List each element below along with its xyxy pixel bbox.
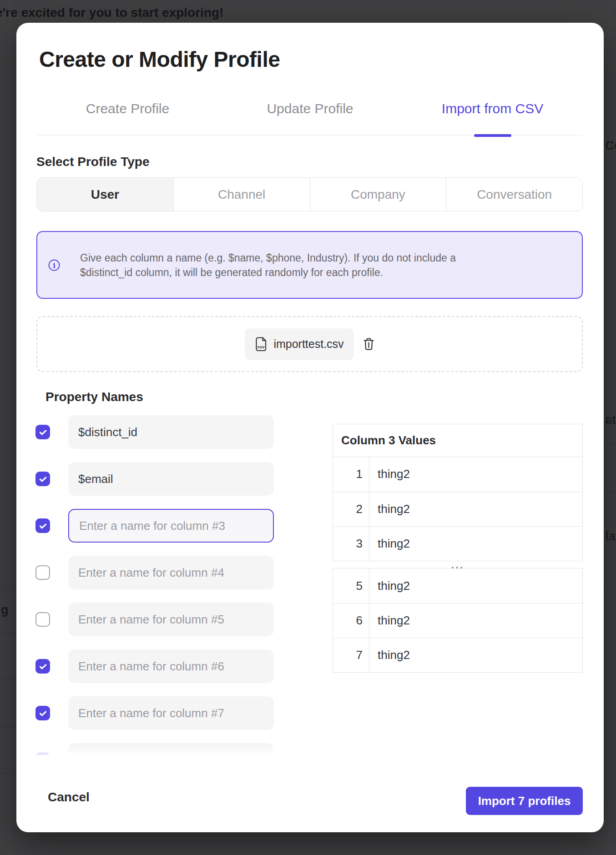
property-row-7 [35, 696, 274, 730]
trash-icon [363, 337, 374, 351]
property-row-2 [35, 462, 274, 496]
row-value: thing2 [369, 638, 410, 672]
property-checkbox-4[interactable] [35, 565, 50, 580]
property-name-input-6[interactable] [68, 649, 274, 683]
property-name-input-4[interactable] [68, 556, 274, 589]
values-table-ellipsis: ... [333, 561, 583, 569]
property-name-input-7[interactable] [68, 696, 274, 730]
modal-title: Create or Modify Profile [39, 47, 280, 72]
property-row-5 [35, 603, 274, 636]
row-index: 6 [333, 604, 369, 638]
property-row-4 [35, 556, 274, 589]
values-table-row: 6thing2 [333, 603, 582, 638]
svg-text:csv: csv [258, 344, 265, 349]
values-table-row: 1thing2 [333, 457, 582, 492]
row-index: 5 [333, 568, 369, 603]
background-fragment-ata: ata [605, 413, 616, 427]
active-tab-underline [474, 134, 511, 137]
row-value: thing2 [369, 604, 410, 638]
info-icon: i [48, 259, 60, 271]
background-row-separator [0, 679, 16, 680]
uploaded-file-chip: csv importtest.csv [245, 328, 353, 360]
profile-type-conversation[interactable]: Conversation [446, 178, 582, 211]
background-table-gridline [610, 0, 610, 855]
row-index: 1 [333, 457, 369, 492]
property-checkbox-1[interactable] [35, 425, 50, 439]
info-note-line1: Give each column a name (e.g. $name, $ph… [80, 251, 456, 265]
background-fragment-col-header: Col [605, 138, 616, 153]
property-name-input-2[interactable] [68, 462, 274, 496]
info-note: i Give each column a name (e.g. $name, $… [36, 231, 583, 299]
background-row-separator [0, 632, 16, 633]
csv-upload-dropzone[interactable]: csv importtest.csv [36, 316, 583, 372]
tab-label: Create Profile [86, 101, 169, 117]
property-row-3 [35, 509, 274, 543]
profile-type-channel[interactable]: Channel [173, 178, 310, 211]
property-row-8 [35, 743, 274, 757]
values-table-row: 3thing2 [333, 526, 582, 561]
tab-import-from-csv[interactable]: Import from CSV [401, 101, 584, 135]
row-value: thing2 [369, 457, 410, 492]
cancel-button[interactable]: Cancel [48, 790, 90, 805]
check-icon [38, 709, 48, 718]
background-banner-text: e're excited for you to start exploring! [0, 5, 223, 20]
background-fragment-g: g [1, 603, 9, 617]
tab-label: Import from CSV [442, 101, 543, 117]
profile-type-company[interactable]: Company [310, 178, 446, 211]
tab-create-profile[interactable]: Create Profile [36, 101, 219, 135]
background-row-separator [604, 538, 616, 539]
background-row-separator [604, 397, 616, 397]
uploaded-file-name: importtest.csv [273, 337, 343, 351]
row-value: thing2 [369, 568, 410, 603]
tab-bar: Create ProfileUpdate ProfileImport from … [36, 101, 584, 136]
background-row-separator [0, 726, 16, 727]
row-value: thing2 [369, 527, 410, 561]
values-table-row: 7thing2 [333, 638, 582, 672]
create-or-modify-profile-modal: Create or Modify Profile Create ProfileU… [16, 23, 604, 832]
property-names-label: Property Names [45, 389, 143, 405]
values-table-bottom-group: 5thing26thing27thing2 [333, 568, 583, 673]
values-table-row: 2thing2 [333, 492, 582, 526]
background-row-separator [604, 444, 616, 445]
svg-text:i: i [53, 261, 56, 269]
info-note-line2: $distinct_id column, it will be generate… [80, 265, 456, 280]
check-icon [38, 521, 48, 531]
property-checkbox-3[interactable] [35, 518, 50, 533]
property-row-1 [35, 415, 274, 449]
row-index: 3 [333, 527, 369, 561]
import-profiles-button[interactable]: Import 7 profiles [466, 787, 583, 815]
values-table-row: 5thing2 [333, 568, 582, 603]
select-profile-type-label: Select Profile Type [36, 154, 149, 170]
property-checkbox-2[interactable] [35, 472, 50, 486]
property-name-input-8[interactable] [68, 743, 274, 757]
check-icon [38, 474, 48, 484]
values-table-top-group: 1thing22thing23thing2 [333, 457, 583, 561]
property-rows-list[interactable] [35, 415, 274, 757]
tab-update-profile[interactable]: Update Profile [219, 101, 401, 135]
info-note-text: Give each column a name (e.g. $name, $ph… [80, 251, 456, 280]
property-checkbox-7[interactable] [35, 706, 50, 720]
background-row-separator [0, 586, 16, 587]
check-icon [38, 428, 48, 437]
row-index: 7 [333, 638, 369, 672]
tab-label: Update Profile [267, 101, 353, 117]
column-values-preview: Column 3 Values 1thing22thing23thing2 ..… [333, 424, 583, 673]
background-fragment-lab: lab [605, 529, 616, 543]
property-row-6 [35, 649, 274, 683]
profile-type-user[interactable]: User [37, 178, 173, 211]
row-index: 2 [333, 492, 369, 526]
profile-type-segmented-control: UserChannelCompanyConversation [36, 177, 583, 211]
background-row-separator [604, 491, 616, 492]
property-name-input-5[interactable] [68, 603, 274, 636]
check-icon [38, 662, 48, 671]
background-row-separator [604, 586, 616, 587]
values-table-header: Column 3 Values [333, 424, 583, 457]
property-name-input-1[interactable] [68, 415, 274, 449]
property-checkbox-8[interactable] [35, 753, 50, 757]
property-name-input-3[interactable] [68, 509, 274, 543]
row-value: thing2 [369, 492, 410, 526]
check-icon [38, 755, 48, 758]
remove-file-button[interactable] [363, 337, 374, 351]
property-checkbox-5[interactable] [35, 612, 50, 627]
property-checkbox-6[interactable] [35, 659, 50, 674]
